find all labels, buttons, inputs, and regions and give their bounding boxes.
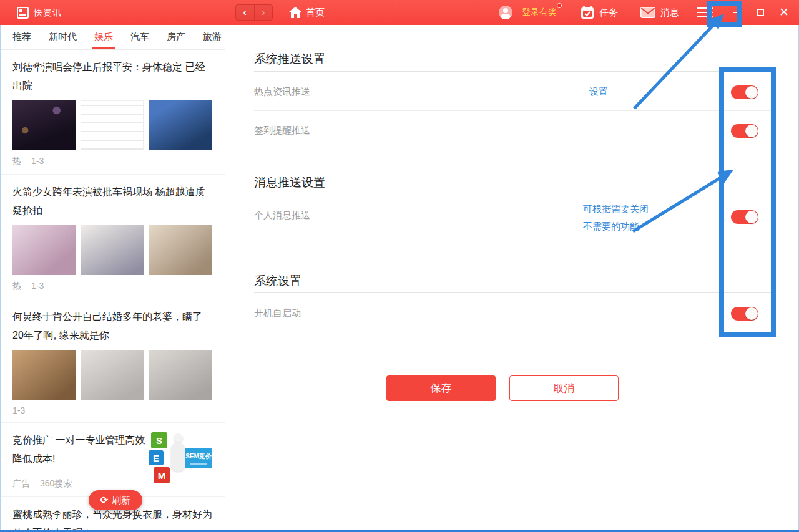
hot-badge: 热 [12,281,21,292]
hamburger-icon [697,7,713,9]
refresh-label: 刷新 [112,495,130,506]
notification-dot [557,3,562,8]
image-count: 1-3 [31,281,44,292]
news-thumbnails [12,100,212,150]
ad-badge: 广告 [12,478,30,490]
save-button[interactable]: 保存 [386,375,496,401]
image-count: 1-3 [31,156,44,167]
login-label: 登录有奖 [522,7,557,18]
ad-item[interactable]: 竞价推广 一对一专业管理高效降低成本! 广告 360搜索 S E M SEM竞价 [0,423,225,497]
home-icon [289,7,301,18]
cancel-button[interactable]: 取消 [509,375,619,401]
news-item[interactable]: 火箭少女跨年表演被批车祸现场 杨超越遭质疑抢拍 热 1-3 [0,175,225,299]
refresh-button[interactable]: ⟳ 刷新 [89,490,142,510]
window-border-left [0,25,1,532]
hot-badge: 热 [12,156,21,167]
nav-history-group: ‹ › [235,4,273,21]
toggle-autostart[interactable] [731,307,758,321]
home-label: 首页 [306,7,325,19]
row-divider [254,110,775,111]
news-thumbnail [149,350,212,400]
news-thumbnails [12,225,212,275]
news-title: 火箭少女跨年表演被批车祸现场 杨超越遭质疑抢拍 [12,183,212,220]
window-controls: ✕ [732,7,789,17]
close-button[interactable]: ✕ [779,7,789,17]
titlebar: 快资讯 ‹ › 首页 登录有奖 [0,0,799,25]
main-menu-button[interactable] [697,7,713,17]
calendar-tasks-icon [581,6,594,19]
toggle-personal-message-push[interactable] [731,210,758,224]
section-title-system-push: 系统推送设置 [254,51,325,67]
section-title-system-settings: 系统设置 [254,273,301,289]
news-thumbnail [12,225,76,275]
maximize-button[interactable] [755,7,765,17]
minimize-icon [733,12,741,13]
news-thumbnail [12,350,76,400]
section-title-message-push: 消息推送设置 [254,175,325,191]
tab-entertainment[interactable]: 娱乐 [94,25,113,50]
category-tabs: 推荐 新时代 娱乐 汽车 房产 旅游 ≡ [0,25,225,50]
news-item[interactable]: 何炅终于肯公开自己结婚多年的老婆，瞒了20年了啊, 缘来就是你 1-3 [0,299,225,423]
back-button[interactable]: ‹ [236,5,255,20]
app-title: 快资讯 [34,7,62,19]
messages-button[interactable]: 消息 [640,7,679,19]
sem-block-m: M [154,467,170,483]
news-meta: 1-3 [12,400,212,422]
toggle-knob [745,211,758,223]
news-sidebar: 推荐 新时代 娱乐 汽车 房产 旅游 ≡ 刘德华演唱会停止后报平安：身体稳定 已… [0,25,225,532]
tasks-button[interactable]: 任务 [581,6,618,19]
tab-new-era[interactable]: 新时代 [49,25,77,50]
tab-travel[interactable]: 旅游 [203,25,222,50]
sem-block-s: S [151,432,167,448]
setting-label-hot-news-push: 热点资讯推送 [254,86,310,98]
messages-label: 消息 [660,7,679,19]
ad-source: 360搜索 [40,478,72,490]
toggle-checkin-reminder-push[interactable] [731,124,758,138]
section-underline [254,292,775,293]
setting-label-autostart: 开机自启动 [254,307,301,319]
setting-label-personal-message-push: 个人消息推送 [254,210,310,221]
tab-cars[interactable]: 汽车 [130,25,149,50]
news-thumbnail [149,100,212,150]
setting-label-checkin-reminder-push: 签到提醒推送 [254,125,310,137]
tab-realestate[interactable]: 房产 [167,25,185,50]
news-meta: 热 1-3 [12,150,212,174]
ad-title: 竞价推广 一对一专业管理高效降低成本! [12,431,147,468]
section-underline [254,195,775,195]
tasks-label: 任务 [599,7,618,19]
home-button[interactable]: 首页 [289,0,325,25]
toggle-knob [745,125,758,137]
annotation-toggle-note-line1: 可根据需要关闭 [583,203,649,215]
news-thumbnail [81,100,144,150]
login-button[interactable]: 登录有奖 [499,6,557,19]
image-count: 1-3 [12,405,25,415]
news-meta: 热 1-3 [12,275,212,299]
sem-tag: SEM竞价 [185,448,212,468]
settings-panel: 系统推送设置 热点资讯推送 设置 签到提醒推送 消息推送设置 个人消息推送 可根… [225,25,799,532]
sem-ad-graphic: S E M SEM竞价 [147,432,212,485]
toggle-hot-news-push[interactable] [731,85,758,99]
forward-button[interactable]: › [255,5,273,20]
annotation-toggle-note-line2: 不需要的功能 [583,221,639,233]
sem-block-e: E [149,450,164,465]
news-thumbnail [81,350,144,400]
news-thumbnail [149,225,212,275]
annotation-settings-note: 设置 [589,86,608,98]
close-icon: ✕ [779,7,789,17]
avatar-icon [499,6,512,19]
refresh-icon: ⟳ [100,495,109,506]
tab-recommend[interactable]: 推荐 [12,25,31,50]
news-title: 刘德华演唱会停止后报平安：身体稳定 已经出院 [12,58,212,95]
toggle-knob [745,307,758,320]
news-thumbnail [81,225,144,275]
news-title: 何炅终于肯公开自己结婚多年的老婆，瞒了20年了啊, 缘来就是你 [12,307,212,345]
titlebar-right: 登录有奖 任务 消息 [499,0,799,25]
minimize-button[interactable] [732,7,742,17]
news-item[interactable]: 刘德华演唱会停止后报平安：身体稳定 已经出院 热 1-3 [0,50,225,175]
section-underline [254,71,775,72]
maximize-icon [757,9,764,16]
app-logo-icon [17,7,29,19]
toggle-knob [745,86,758,99]
news-thumbnails [12,350,212,400]
app-window: 快资讯 ‹ › 首页 登录有奖 [0,0,799,532]
